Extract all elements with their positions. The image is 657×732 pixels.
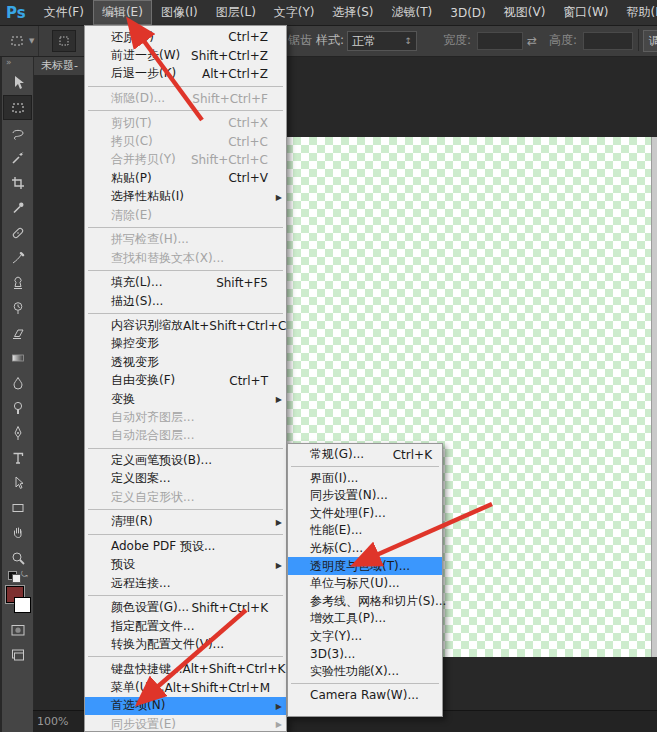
move-tool-icon	[10, 75, 26, 91]
height-input[interactable]	[583, 32, 633, 50]
submenu-item-cursors[interactable]: 光标(C)...	[288, 540, 442, 558]
rectangular-marquee-tool[interactable]	[3, 95, 32, 120]
submenu-arrow-icon: ▶	[276, 517, 282, 526]
menu-view[interactable]: 视图(V)	[495, 0, 555, 25]
menu-separator	[88, 448, 283, 449]
menu-item-presets[interactable]: 预设▶	[85, 556, 286, 574]
menu-item-adobe-pdf-presets[interactable]: Adobe PDF 预设...	[85, 537, 286, 555]
style-select[interactable]: 正常 ↕	[347, 31, 417, 51]
options-separator	[638, 29, 639, 51]
menu-item-content-aware-scale[interactable]: 内容识别缩放Alt+Shift+Ctrl+C	[85, 316, 286, 334]
rectangle-shape-icon	[10, 500, 26, 516]
menu-item-keyboard-shortcuts[interactable]: 键盘快捷键...Alt+Shift+Ctrl+K	[85, 660, 286, 678]
menu-item-menus[interactable]: 菜单(U)...Alt+Shift+Ctrl+M	[85, 678, 286, 696]
move-tool[interactable]	[3, 70, 32, 95]
menu-item-perspective-warp[interactable]: 透视变形	[85, 353, 286, 371]
menu-image[interactable]: 图像(I)	[152, 0, 207, 25]
submenu-item-guides-grid-slices[interactable]: 参考线、网格和切片(S)...	[288, 593, 442, 611]
menu-item-assign-profile[interactable]: 指定配置文件...	[85, 617, 286, 635]
rectangle-shape-tool[interactable]	[3, 495, 32, 520]
submenu-item-experimental-features[interactable]: 实验性功能(X)...	[288, 663, 442, 681]
menu-item-undo[interactable]: 还原(O)Ctrl+Z	[85, 28, 286, 46]
menu-item-fill[interactable]: 填充(L)...Shift+F5	[85, 273, 286, 291]
eraser-tool[interactable]	[3, 320, 32, 345]
menu-3d[interactable]: 3D(D)	[441, 2, 494, 24]
menu-edit[interactable]: 编辑(E)	[93, 0, 152, 25]
menu-window[interactable]: 窗口(W)	[554, 0, 617, 25]
default-swap-colors[interactable]: ⤿	[3, 570, 32, 583]
submenu-item-plug-ins[interactable]: 增效工具(P)...	[288, 610, 442, 628]
clone-stamp-tool[interactable]	[3, 270, 32, 295]
panel-collapse-icon[interactable]: »	[2, 57, 12, 70]
zoom-level[interactable]: 100%	[37, 715, 68, 728]
menu-layer[interactable]: 图层(L)	[207, 0, 265, 25]
spot-healing-brush-tool[interactable]	[3, 220, 32, 245]
menu-item-step-backward[interactable]: 后退一步(K)Alt+Ctrl+Z	[85, 65, 286, 83]
submenu-arrow-icon: ▶	[276, 395, 282, 404]
submenu-arrow-icon: ▶	[276, 720, 282, 729]
menu-item-free-transform[interactable]: 自由变换(F)Ctrl+T	[85, 372, 286, 390]
menu-item-find-replace-text: 查找和替换文本(X)...	[85, 249, 286, 267]
screen-mode-button[interactable]	[3, 642, 32, 667]
refine-edge-button[interactable]: 调整边缘	[643, 30, 657, 52]
quick-mask-icon	[10, 622, 26, 638]
brush-tool[interactable]	[3, 245, 32, 270]
submenu-item-transparency-gamut[interactable]: 透明度与色域(T)...	[288, 557, 442, 575]
hand-tool[interactable]	[3, 520, 32, 545]
dodge-tool[interactable]	[3, 395, 32, 420]
submenu-item-general[interactable]: 常规(G)...Ctrl+K	[288, 446, 442, 464]
type-tool[interactable]	[3, 445, 32, 470]
menu-item-color-settings[interactable]: 颜色设置(G)...Shift+Ctrl+K	[85, 599, 286, 617]
menu-item-transform[interactable]: 变换▶	[85, 390, 286, 408]
path-selection-tool[interactable]	[3, 470, 32, 495]
menu-file[interactable]: 文件(F)	[35, 0, 93, 25]
menu-item-remote-connections[interactable]: 远程连接...	[85, 574, 286, 592]
link-dimensions-icon[interactable]: ⇄	[527, 25, 537, 56]
pen-tool[interactable]	[3, 420, 32, 445]
menu-item-preferences[interactable]: 首选项(N)▶	[85, 697, 286, 715]
menu-separator	[88, 595, 283, 596]
submenu-item-camera-raw[interactable]: Camera Raw(W)...	[288, 686, 442, 704]
menu-select[interactable]: 选择(S)	[324, 0, 383, 25]
submenu-item-performance[interactable]: 性能(E)...	[288, 522, 442, 540]
blur-tool[interactable]	[3, 370, 32, 395]
tool-preset-picker[interactable]: ▼	[5, 25, 39, 56]
background-color-swatch[interactable]	[14, 597, 31, 613]
menu-type[interactable]: 文字(Y)	[265, 0, 324, 25]
menu-item-puppet-warp[interactable]: 操控变形	[85, 335, 286, 353]
lasso-tool[interactable]	[3, 120, 32, 145]
submenu-item-sync-settings[interactable]: 同步设置(N)...	[288, 487, 442, 505]
menu-item-stroke[interactable]: 描边(S)...	[85, 292, 286, 310]
quick-selection-tool[interactable]	[3, 145, 32, 170]
menu-item-paste-special[interactable]: 选择性粘贴(I)▶	[85, 188, 286, 206]
menu-item-paste[interactable]: 粘贴(P)Ctrl+V	[85, 169, 286, 187]
submenu-arrow-icon: ▶	[276, 701, 282, 710]
submenu-arrow-icon: ▶	[276, 560, 282, 569]
menu-item-purge[interactable]: 清理(R)▶	[85, 513, 286, 531]
width-input[interactable]	[477, 32, 523, 50]
magic-wand-icon	[10, 150, 26, 166]
menu-item-define-brush-preset[interactable]: 定义画笔预设(B)...	[85, 451, 286, 469]
submenu-item-file-handling[interactable]: 文件处理(F)...	[288, 505, 442, 523]
menu-item-copy-merged: 合并拷贝(Y)Shift+Ctrl+C	[85, 151, 286, 169]
vertical-scrollbar[interactable]	[651, 137, 657, 657]
new-selection-button[interactable]	[52, 30, 76, 52]
eyedropper-tool[interactable]	[3, 195, 32, 220]
history-brush-tool[interactable]	[3, 295, 32, 320]
style-value: 正常	[352, 33, 376, 50]
menu-item-fade: 渐隐(D)...Shift+Ctrl+F	[85, 89, 286, 107]
menu-filter[interactable]: 滤镜(T)	[383, 0, 442, 25]
menu-help[interactable]: 帮助(H)	[618, 0, 657, 25]
submenu-item-type[interactable]: 文字(Y)...	[288, 628, 442, 646]
submenu-item-3d[interactable]: 3D(3)...	[288, 645, 442, 663]
menu-item-convert-to-profile[interactable]: 转换为配置文件(V)...	[85, 635, 286, 653]
menu-item-step-forward[interactable]: 前进一步(W)Shift+Ctrl+Z	[85, 46, 286, 64]
gradient-tool[interactable]	[3, 345, 32, 370]
quick-mask-button[interactable]	[3, 617, 32, 642]
submenu-item-units-rulers[interactable]: 单位与标尺(U)...	[288, 575, 442, 593]
menu-item-define-pattern[interactable]: 定义图案...	[85, 470, 286, 488]
crop-tool[interactable]	[3, 170, 32, 195]
zoom-tool[interactable]	[3, 545, 32, 570]
submenu-item-interface[interactable]: 界面(I)...	[288, 469, 442, 487]
edit-menu-dropdown: 还原(O)Ctrl+Z 前进一步(W)Shift+Ctrl+Z 后退一步(K)A…	[84, 25, 287, 732]
